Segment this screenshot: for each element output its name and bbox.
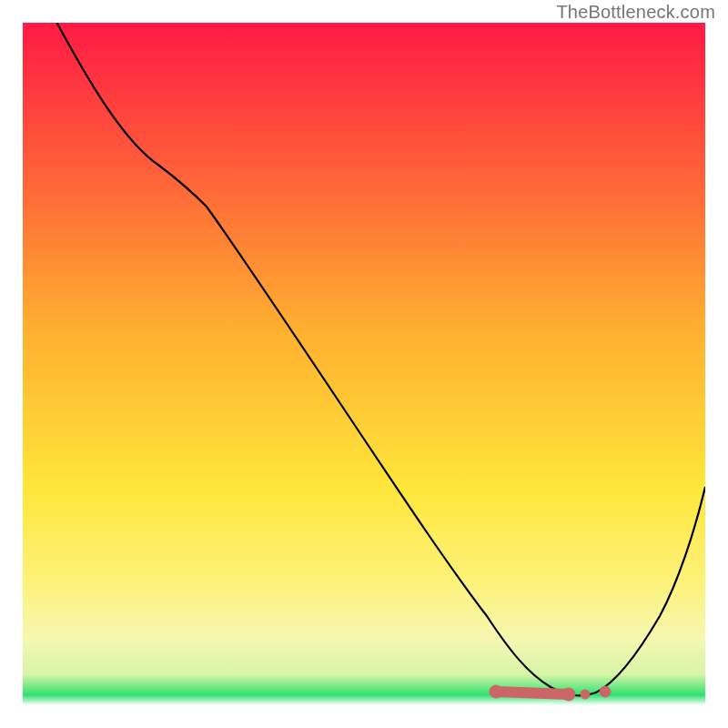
optimal-range-end-marker	[600, 686, 611, 697]
optimal-range-dot	[581, 690, 590, 699]
chart-container: TheBottleneck.com	[0, 0, 728, 728]
optimal-range-start-marker	[490, 685, 502, 698]
attribution-text: TheBottleneck.com	[556, 2, 715, 23]
optimal-range-mid-marker	[562, 688, 575, 701]
gradient-background	[23, 23, 705, 705]
optimal-range-track	[496, 692, 569, 694]
bottleneck-chart	[23, 23, 705, 705]
